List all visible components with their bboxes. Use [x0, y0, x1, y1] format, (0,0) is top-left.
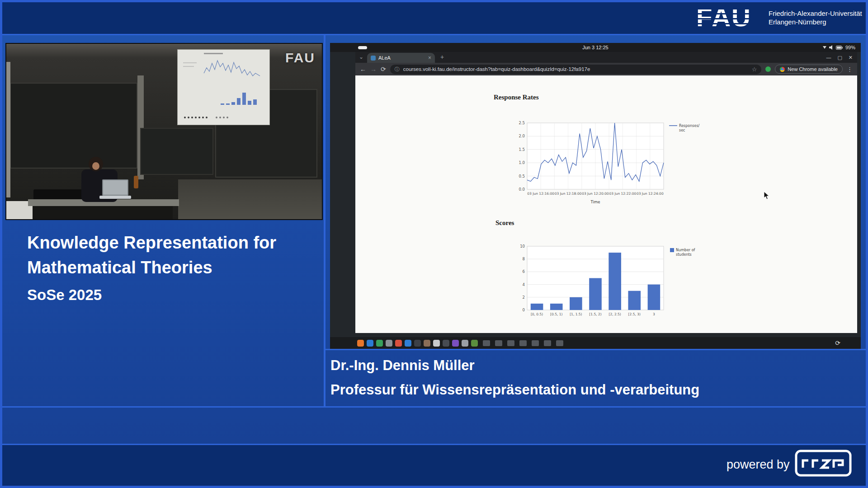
reload-button[interactable]: ⟳ — [381, 66, 386, 73]
university-line2: Erlangen-Nürnberg — [769, 18, 862, 26]
chalkboard-middle — [140, 128, 213, 175]
restore-icon[interactable]: ▢ — [837, 52, 842, 63]
university-line1: Friedrich-Alexander-Universität — [769, 9, 862, 18]
video-frame: FAU Friedrich-Alexander-Universität Erla… — [0, 0, 868, 488]
battery-percent: 99% — [845, 45, 855, 50]
browser-tab[interactable]: ALeA × — [367, 53, 435, 63]
text-editor-icon[interactable] — [433, 340, 440, 347]
extension-icon[interactable] — [765, 66, 771, 72]
svg-text:Time: Time — [590, 200, 600, 204]
rrze-logo — [795, 450, 852, 477]
inkscape-icon[interactable] — [443, 340, 449, 347]
chalkboard-left — [10, 83, 137, 169]
svg-text:03 Jun 12:20:00: 03 Jun 12:20:00 — [582, 192, 609, 196]
video-watermark: FAU — [285, 50, 315, 66]
open-window-button[interactable] — [544, 340, 551, 346]
tab-search-icon[interactable]: ⌄ — [359, 54, 363, 60]
svg-text:03 Jun 12:22:00: 03 Jun 12:22:00 — [609, 192, 637, 196]
terminal-icon[interactable] — [414, 340, 421, 347]
svg-text:Responses/: Responses/ — [679, 124, 700, 128]
powered-by-label: powered by — [726, 458, 790, 472]
url-text: courses.voll-ki.fau.de/instructor-dash?t… — [403, 66, 748, 72]
dashboard-page: Response Rates 0.00.51.01.52.02.503 Jun … — [355, 75, 857, 333]
tab-close-icon[interactable]: × — [428, 55, 431, 61]
svg-text:6: 6 — [523, 269, 525, 274]
caret-down-icon — [823, 46, 826, 49]
footer-bar: powered by — [0, 444, 868, 488]
lecturer-chair: Professur für Wissensrepräsentation und … — [330, 378, 699, 402]
settings-icon[interactable] — [462, 340, 468, 347]
close-icon[interactable]: ✕ — [849, 52, 853, 63]
lecturer-block: Dr.-Ing. Dennis Müller Professur für Wis… — [330, 353, 699, 402]
screen-capture: Jun 3 12:25 99% ⌄ ALeA × — [330, 43, 861, 349]
mail-icon[interactable] — [376, 340, 383, 347]
lecture-title-line1: Knowledge Representation for — [27, 230, 321, 255]
browser-toolbar: ← → ⟳ ⓘ courses.voll-ki.fau.de/instructo… — [355, 63, 857, 75]
minimize-icon[interactable]: — — [826, 52, 831, 63]
svg-text:1.5: 1.5 — [519, 147, 525, 152]
lecture-title-block: Knowledge Representation for Mathematica… — [27, 230, 321, 306]
top-header-bar: FAU Friedrich-Alexander-Universität Erla… — [0, 0, 868, 35]
horizontal-divider-right — [326, 349, 868, 350]
back-button[interactable]: ← — [360, 66, 366, 73]
volume-icon — [829, 45, 833, 50]
new-tab-button[interactable]: + — [440, 53, 444, 61]
firefox-icon[interactable] — [357, 340, 364, 347]
open-window-button[interactable] — [532, 340, 539, 346]
desk-shadow — [33, 206, 173, 220]
taskbar: ⟳ — [330, 337, 861, 349]
new-chrome-available-button[interactable]: New Chrome available — [775, 65, 843, 74]
svg-text:03 Jun 12:16:00: 03 Jun 12:16:00 — [527, 192, 554, 196]
forward-button[interactable]: → — [370, 66, 377, 73]
fau-logo-stripes — [696, 5, 751, 31]
address-bar[interactable]: ⓘ courses.voll-ki.fau.de/instructor-dash… — [390, 65, 762, 74]
thunderbird-icon[interactable] — [367, 340, 373, 347]
browser-menu-icon[interactable]: ⋮ — [847, 66, 853, 73]
tab-title: ALeA — [378, 55, 425, 61]
vertical-divider — [324, 35, 326, 408]
bookmark-star-icon[interactable]: ☆ — [752, 66, 757, 73]
open-window-button[interactable] — [507, 340, 514, 346]
bottle — [134, 176, 138, 188]
svg-text:2.5: 2.5 — [519, 121, 525, 125]
svg-text:4: 4 — [523, 282, 525, 287]
system-status-area[interactable]: 99% — [823, 43, 855, 52]
lecture-title-line2: Mathematical Theories — [27, 255, 321, 280]
scores-heading: Scores — [495, 219, 514, 227]
response-rates-heading: Response Rates — [494, 94, 539, 101]
svg-text:[2.5, 3): [2.5, 3) — [628, 312, 641, 316]
new-chrome-label: New Chrome available — [788, 66, 838, 72]
open-window-button[interactable] — [556, 340, 563, 346]
chrome-icon[interactable] — [395, 340, 402, 347]
music-icon[interactable] — [452, 340, 459, 347]
tab-favicon — [371, 56, 376, 61]
lecturer-name: Dr.-Ing. Dennis Müller — [330, 353, 699, 378]
svg-text:sec: sec — [679, 128, 685, 132]
site-info-icon[interactable]: ⓘ — [395, 66, 400, 73]
svg-text:[1.5, 2): [1.5, 2) — [589, 312, 601, 316]
svg-text:0: 0 — [523, 308, 525, 312]
calculator-icon[interactable] — [471, 340, 478, 347]
open-window-button[interactable] — [519, 340, 527, 346]
svg-text:[2, 2.5): [2, 2.5) — [609, 312, 621, 316]
laptop — [102, 179, 128, 196]
gimp-icon[interactable] — [424, 340, 430, 347]
projected-dashboard — [178, 50, 269, 125]
svg-text:03 Jun 12:24:00: 03 Jun 12:24:00 — [637, 192, 664, 196]
svg-text:1.0: 1.0 — [519, 160, 525, 165]
svg-text:[1, 1.5): [1, 1.5) — [570, 312, 582, 316]
files-icon[interactable] — [386, 340, 392, 347]
system-clock[interactable]: Jun 3 12:25 — [330, 43, 861, 52]
open-window-button[interactable] — [495, 340, 502, 346]
refresh-icon[interactable]: ⟳ — [835, 337, 840, 349]
vscode-icon[interactable] — [405, 340, 411, 347]
open-window-button[interactable] — [483, 340, 490, 346]
svg-text:[0.5, 1): [0.5, 1) — [550, 312, 562, 316]
mouse-cursor — [764, 191, 770, 202]
svg-text:students: students — [676, 253, 692, 257]
battery-icon — [836, 46, 843, 50]
tab-strip: ⌄ ALeA × + — ▢ ✕ — [355, 52, 857, 63]
system-top-bar: Jun 3 12:25 99% — [330, 43, 861, 52]
floor — [178, 179, 323, 220]
lecturer-face — [92, 162, 99, 170]
